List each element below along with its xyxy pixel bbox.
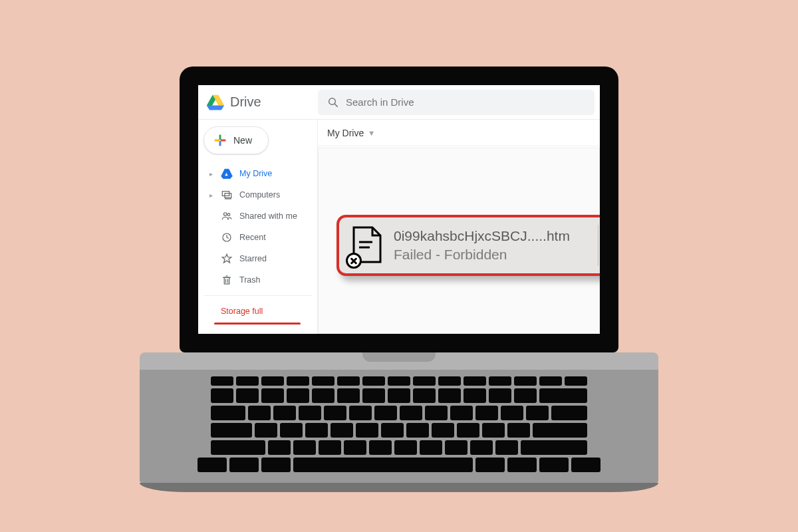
sidebar-item-my-drive[interactable]: ▸ My Drive bbox=[203, 164, 312, 184]
laptop-keyboard bbox=[186, 376, 612, 475]
brand-name: Drive bbox=[230, 94, 261, 110]
chevron-down-icon: ▼ bbox=[368, 129, 375, 137]
search-icon bbox=[327, 96, 339, 108]
download-failed-status: Failed - Forbidden bbox=[394, 245, 587, 264]
storage-label: Storage full bbox=[221, 307, 263, 316]
drive-logo-icon bbox=[206, 94, 225, 111]
laptop-screen: Drive bbox=[198, 85, 600, 334]
svg-point-15 bbox=[224, 213, 227, 216]
laptop-notch bbox=[362, 352, 436, 362]
brand[interactable]: Drive bbox=[206, 94, 318, 111]
download-failed-text: 0i99kahsbcHjxcSBCJ.....htm Failed - Forb… bbox=[394, 227, 587, 265]
svg-marker-2 bbox=[207, 105, 224, 110]
search-box[interactable] bbox=[318, 90, 595, 115]
laptop-illustration: Drive bbox=[180, 66, 618, 492]
file-error-icon bbox=[350, 226, 383, 265]
sidebar: New ▸ My Drive ▸ bbox=[198, 120, 318, 334]
laptop-hinge bbox=[140, 352, 658, 370]
svg-marker-11 bbox=[221, 176, 233, 179]
sidebar-item-label: Recent bbox=[239, 233, 266, 242]
sidebar-item-label: Trash bbox=[239, 275, 261, 285]
shared-icon bbox=[221, 210, 233, 222]
callout-separator bbox=[598, 225, 598, 266]
drive-icon bbox=[221, 168, 233, 180]
sidebar-item-label: Starred bbox=[239, 254, 267, 263]
sidebar-item-recent[interactable]: Recent bbox=[203, 227, 312, 247]
error-x-icon bbox=[346, 253, 362, 269]
new-button-label: New bbox=[233, 135, 252, 146]
svg-line-4 bbox=[334, 104, 338, 107]
sidebar-item-starred[interactable]: Starred bbox=[203, 249, 312, 269]
storage-bar bbox=[214, 323, 301, 325]
sidebar-item-trash[interactable]: Trash bbox=[203, 270, 312, 290]
new-button[interactable]: New bbox=[203, 126, 269, 154]
svg-rect-7 bbox=[215, 140, 220, 142]
svg-marker-18 bbox=[222, 254, 231, 263]
svg-rect-5 bbox=[219, 135, 221, 140]
chevron-right-icon: ▸ bbox=[207, 192, 214, 199]
computers-icon bbox=[221, 189, 233, 201]
google-drive-app: Drive bbox=[198, 85, 600, 334]
sidebar-item-label: My Drive bbox=[239, 169, 272, 178]
breadcrumb-root: My Drive bbox=[327, 128, 364, 138]
sidebar-separator bbox=[203, 295, 312, 296]
chevron-right-icon: ▸ bbox=[207, 170, 214, 178]
sidebar-item-computers[interactable]: ▸ Computers bbox=[203, 185, 312, 205]
sidebar-item-label: Shared with me bbox=[239, 211, 297, 221]
svg-point-16 bbox=[227, 213, 230, 216]
star-icon bbox=[221, 253, 233, 265]
search-input[interactable] bbox=[346, 96, 585, 108]
laptop-keyboard-deck bbox=[140, 370, 658, 483]
storage-status[interactable]: Storage full bbox=[203, 301, 312, 321]
download-failed-callout[interactable]: 0i99kahsbcHjxcSBCJ.....htm Failed - Forb… bbox=[336, 215, 600, 276]
svg-point-3 bbox=[329, 98, 336, 104]
sidebar-item-shared[interactable]: Shared with me bbox=[203, 206, 312, 226]
svg-rect-8 bbox=[221, 140, 226, 142]
breadcrumb[interactable]: My Drive ▼ bbox=[318, 120, 600, 146]
laptop-base-edge bbox=[140, 483, 658, 492]
recent-icon bbox=[221, 231, 233, 243]
laptop-lid: Drive bbox=[180, 66, 618, 352]
sidebar-item-label: Computers bbox=[239, 190, 280, 200]
svg-rect-6 bbox=[219, 141, 221, 146]
download-failed-filename: 0i99kahsbcHjxcSBCJ.....htm bbox=[394, 227, 587, 245]
plus-icon bbox=[213, 134, 227, 147]
svg-rect-19 bbox=[224, 277, 229, 284]
topbar: Drive bbox=[198, 85, 600, 120]
trash-icon bbox=[221, 274, 233, 286]
